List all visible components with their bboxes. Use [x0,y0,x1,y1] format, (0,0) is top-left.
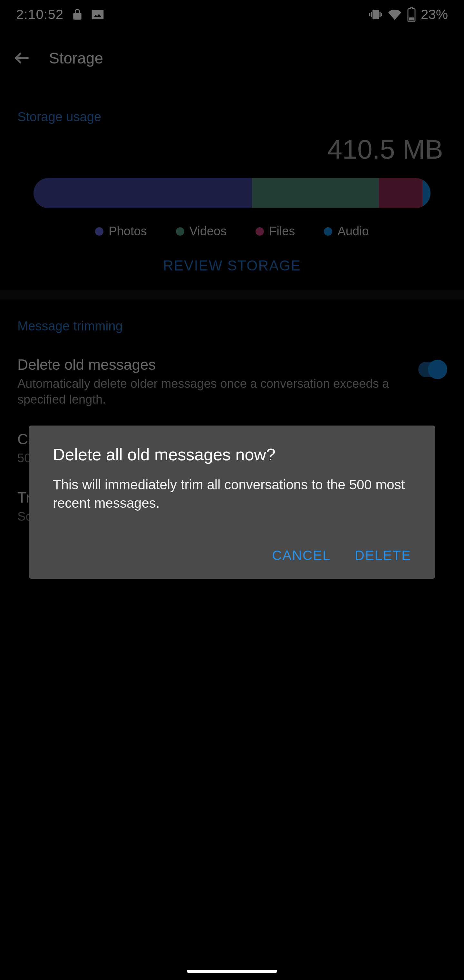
cancel-button[interactable]: CANCEL [272,548,331,563]
delete-confirmation-dialog: Delete all old messages now? This will i… [29,426,435,579]
delete-button[interactable]: DELETE [355,548,411,563]
home-indicator[interactable] [187,970,277,973]
dialog-title: Delete all old messages now? [53,445,411,464]
dialog-body: This will immediately trim all conversat… [53,476,411,512]
